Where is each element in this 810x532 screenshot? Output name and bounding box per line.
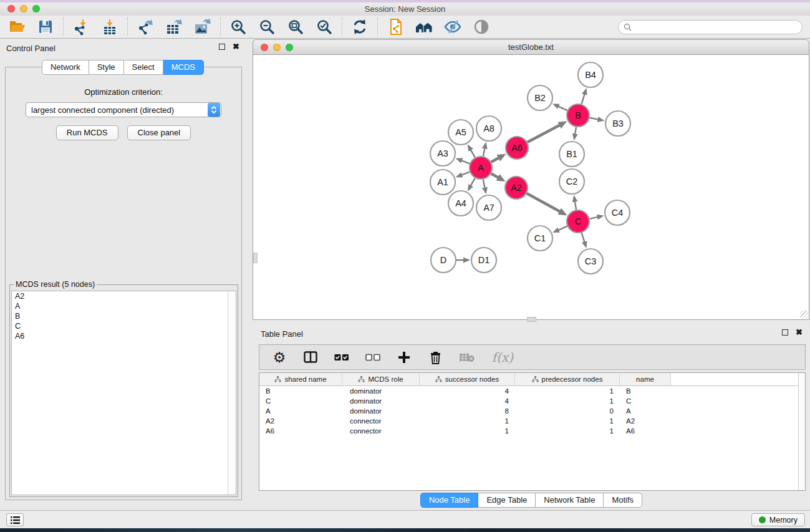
graph-node-C4[interactable]: C4 (605, 200, 630, 225)
column-header-name[interactable]: name (620, 373, 671, 385)
mcds-result-item[interactable]: B (12, 311, 236, 321)
result-scrollbar[interactable] (228, 291, 236, 495)
table-cell[interactable]: 8 (420, 407, 515, 415)
apply-layout-icon[interactable] (350, 18, 369, 36)
table-cell[interactable]: A6 (620, 427, 671, 435)
table-cell[interactable]: dominator (342, 407, 420, 415)
close-panel-icon[interactable]: ✖ (233, 44, 239, 50)
graph-edge-A-A8[interactable] (483, 148, 485, 156)
graph-node-A8[interactable]: A8 (476, 116, 501, 141)
graph-edge-B-B1[interactable] (575, 127, 576, 135)
export-table-icon[interactable] (165, 18, 183, 36)
show-columns-icon[interactable] (302, 349, 319, 365)
search-field[interactable] (618, 20, 803, 34)
table-row[interactable]: Cdominator41C (259, 396, 805, 406)
table-cell[interactable]: A2 (620, 417, 671, 425)
table-cell[interactable]: 1 (515, 397, 620, 405)
table-options-icon[interactable]: ⚙ (271, 349, 287, 365)
graph-edge-C-C2[interactable] (575, 201, 576, 210)
task-history-button[interactable] (6, 513, 24, 526)
graph-node-B1[interactable]: B1 (559, 142, 584, 167)
table-cell[interactable]: A (620, 407, 671, 415)
table-row[interactable]: Bdominator41B (259, 386, 805, 396)
graph-edge-C-C1[interactable] (558, 226, 567, 230)
network-canvas[interactable]: B4B2BB3A8A5A6A3B1AA1C2A2A4A7C4CC1C3DD1 (253, 55, 809, 320)
create-column-icon[interactable] (396, 349, 412, 365)
graph-edge-A2-C[interactable] (527, 193, 560, 211)
table-cell[interactable]: 1 (420, 417, 515, 425)
graph-node-A6[interactable]: A6 (506, 137, 528, 159)
graph-edge-A-A4[interactable] (471, 178, 475, 186)
graph-node-B2[interactable]: B2 (528, 85, 552, 110)
run-mcds-button[interactable]: Run MCDS (56, 125, 118, 140)
column-header-shared-name[interactable]: shared name (259, 373, 342, 385)
table-cell[interactable]: A2 (259, 417, 342, 425)
mcds-result-item[interactable]: A2 (12, 291, 236, 301)
graph-node-D1[interactable]: D1 (471, 248, 496, 273)
zoom-window-button[interactable] (32, 5, 40, 12)
table-cell[interactable]: A (259, 407, 342, 415)
import-network-icon[interactable] (72, 18, 90, 36)
zoom-fit-icon[interactable] (286, 18, 305, 36)
zoom-network-button[interactable] (286, 44, 293, 51)
select-all-icon[interactable] (334, 349, 350, 365)
graph-edge-B-B2[interactable] (558, 106, 567, 110)
graph-node-A1[interactable]: A1 (430, 170, 455, 195)
column-header-predecessor-nodes[interactable]: predecessor nodes (515, 373, 620, 385)
mcds-result-list[interactable]: A2ABCA6 (11, 291, 236, 495)
tab-node-table[interactable]: Node Table (420, 493, 479, 508)
graph-node-A3[interactable]: A3 (430, 141, 455, 166)
tab-style[interactable]: Style (89, 60, 124, 75)
graph-node-A[interactable]: A (470, 157, 492, 179)
table-cell[interactable]: connector (342, 417, 420, 425)
table-cell[interactable]: A6 (259, 427, 342, 435)
mcds-result-item[interactable]: A6 (12, 331, 236, 341)
graph-node-A4[interactable]: A4 (448, 191, 473, 216)
table-cell[interactable]: B (259, 387, 342, 395)
graph-node-A7[interactable]: A7 (476, 195, 501, 220)
node-table[interactable]: shared nameMCDS rolesuccessor nodesprede… (259, 372, 806, 491)
float-table-panel-icon[interactable] (782, 329, 788, 336)
graph-edge-A-A7[interactable] (483, 180, 485, 188)
network-graph[interactable]: B4B2BB3A8A5A6A3B1AA1C2A2A4A7C4CC1C3DD1 (253, 55, 809, 319)
table-cell[interactable]: 4 (420, 397, 515, 405)
save-session-icon[interactable] (36, 18, 55, 36)
graph-edge-A-A3[interactable] (461, 160, 470, 163)
window-resize-grip[interactable] (800, 311, 808, 319)
graph-edge-B-B4[interactable] (582, 94, 585, 104)
deselect-all-icon[interactable] (365, 349, 381, 365)
clone-network-icon[interactable] (386, 18, 405, 36)
graph-node-A5[interactable]: A5 (448, 120, 473, 145)
close-network-button[interactable] (261, 44, 268, 51)
table-cell[interactable]: C (620, 397, 671, 405)
graph-node-C3[interactable]: C3 (578, 249, 603, 274)
tab-edge-table[interactable]: Edge Table (478, 493, 536, 508)
minimize-network-button[interactable] (273, 44, 281, 51)
bottom-splitter-grip[interactable] (527, 317, 536, 322)
criterion-select[interactable]: largest connected component (directed) (26, 102, 221, 117)
hide-panel-icon[interactable] (443, 18, 462, 36)
mcds-result-item[interactable]: C (12, 321, 236, 331)
show-panel-icon[interactable] (472, 18, 491, 36)
table-row[interactable]: A2connector11A2 (259, 416, 805, 426)
graph-node-C2[interactable]: C2 (559, 169, 584, 194)
table-cell[interactable]: dominator (342, 397, 420, 405)
table-cell[interactable]: 0 (515, 407, 620, 415)
table-scrollbar[interactable] (798, 373, 805, 490)
close-window-button[interactable] (7, 5, 15, 12)
graph-edge-A-A6[interactable] (491, 158, 499, 162)
home-icon[interactable] (415, 18, 433, 36)
minimize-window-button[interactable] (20, 5, 27, 12)
table-cell[interactable]: 1 (420, 427, 515, 435)
zoom-in-icon[interactable] (229, 18, 248, 36)
graph-node-C1[interactable]: C1 (528, 226, 552, 251)
table-cell[interactable]: B (620, 387, 671, 395)
table-cell[interactable]: 1 (515, 427, 620, 435)
graph-edge-A-A2[interactable] (491, 173, 499, 178)
graph-node-B[interactable]: B (567, 104, 589, 127)
zoom-selected-icon[interactable] (315, 18, 334, 36)
graph-node-A2[interactable]: A2 (505, 177, 528, 199)
table-cell[interactable]: 4 (420, 387, 515, 395)
table-row[interactable]: A6connector11A6 (259, 426, 805, 436)
tab-motifs[interactable]: Motifs (604, 493, 642, 508)
